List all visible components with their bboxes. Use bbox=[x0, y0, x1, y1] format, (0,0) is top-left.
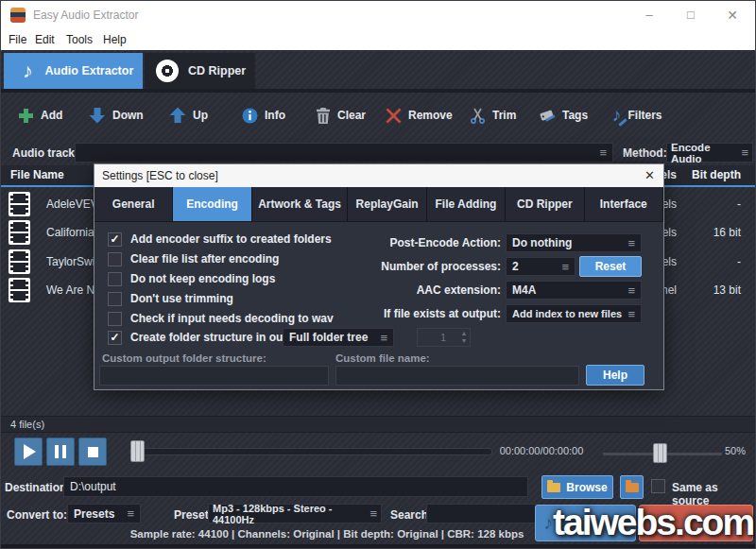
aac-extension-dropdown[interactable]: M4A ≡ bbox=[506, 281, 642, 300]
folder-depth-spinner[interactable]: 1 ▴▾ bbox=[417, 328, 471, 347]
dropdown-icon: ≡ bbox=[599, 146, 607, 160]
menu-file[interactable]: File bbox=[9, 33, 26, 46]
browse-button[interactable]: Browse bbox=[541, 475, 613, 499]
checkbox-check-decoding[interactable]: ✓ Check if input needs decoding to wav bbox=[108, 311, 334, 326]
convert-to-label: Convert to: bbox=[7, 508, 67, 522]
menu-tools[interactable]: Tools bbox=[66, 33, 93, 46]
dropdown-icon: ≡ bbox=[369, 506, 377, 521]
custom-folder-input[interactable] bbox=[99, 366, 329, 386]
dropdown-icon: ≡ bbox=[627, 283, 635, 298]
filters-button[interactable]: ♪ Filters bbox=[612, 98, 662, 132]
app-window: Easy Audio Extractor – □ ✕ File Edit Too… bbox=[0, 0, 756, 549]
dropdown-icon: ≡ bbox=[627, 236, 635, 250]
folder-icon bbox=[547, 483, 560, 492]
dropdown-icon: ≡ bbox=[127, 506, 134, 521]
destination-label: Destination: bbox=[5, 481, 70, 494]
checkbox-folder-structure[interactable]: ✓ Create folder structure in output bbox=[108, 330, 304, 345]
search-input[interactable] bbox=[426, 504, 536, 523]
spinner-arrows-icon[interactable]: ▴▾ bbox=[462, 330, 466, 345]
arrow-up-icon bbox=[169, 107, 186, 124]
volume-percent: 50% bbox=[725, 445, 746, 456]
window-title: Easy Audio Extractor bbox=[33, 9, 138, 22]
same-as-source-checkbox[interactable]: ✓ bbox=[651, 479, 665, 493]
reset-button[interactable]: Reset bbox=[579, 256, 642, 277]
checkbox-encoder-suffix[interactable]: ✓ Add encoder suffix to created folders bbox=[108, 232, 332, 247]
dialog-close-icon[interactable]: ✕ bbox=[644, 168, 655, 182]
tab-file-adding[interactable]: File Adding bbox=[427, 187, 506, 221]
menu-help[interactable]: Help bbox=[103, 33, 127, 46]
presets-dropdown[interactable]: Mp3 - 128kbps - Stereo - 44100Hz ≡ bbox=[208, 504, 382, 523]
post-encode-dropdown[interactable]: Do nothing ≡ bbox=[506, 233, 642, 252]
post-encode-label: Post-Encode Action: bbox=[319, 236, 501, 249]
custom-filename-input[interactable] bbox=[335, 366, 579, 386]
processes-dropdown[interactable]: 2 ≡ bbox=[506, 257, 576, 276]
tab-cd-ripper-label: CD Ripper bbox=[188, 64, 246, 77]
checkbox-no-trimming[interactable]: ✓ Don't use trimming bbox=[108, 291, 233, 306]
method-value: Encode Audio bbox=[671, 142, 741, 164]
tab-general[interactable]: General bbox=[94, 187, 173, 221]
close-button[interactable]: ✕ bbox=[723, 6, 742, 25]
checkbox-no-logs[interactable]: ✓ Do not keep encoding logs bbox=[108, 271, 275, 286]
position-slider-handle[interactable] bbox=[130, 440, 145, 462]
tab-audio-extractor[interactable]: ♪ Audio Extractor bbox=[4, 53, 143, 89]
tags-button[interactable]: Tags bbox=[539, 98, 588, 132]
tab-artwork-tags[interactable]: Artwork & Tags bbox=[252, 187, 349, 221]
method-dropdown[interactable]: Encode Audio ≡ bbox=[666, 143, 753, 163]
cd-icon bbox=[156, 60, 179, 82]
pause-button[interactable] bbox=[46, 437, 75, 466]
stop-button[interactable] bbox=[78, 437, 107, 466]
app-icon bbox=[10, 8, 26, 23]
scissors-icon bbox=[470, 108, 486, 124]
filters-icon: ♪ bbox=[612, 107, 622, 124]
help-button[interactable]: Help bbox=[586, 365, 644, 386]
info-icon bbox=[242, 108, 258, 124]
volume-slider-handle[interactable] bbox=[653, 443, 667, 463]
film-icon bbox=[9, 278, 30, 302]
tab-cd-ripper-settings[interactable]: CD Ripper bbox=[506, 187, 584, 221]
position-slider-track[interactable] bbox=[129, 448, 492, 455]
dropdown-icon: ≡ bbox=[380, 331, 387, 345]
stop-icon bbox=[88, 447, 98, 457]
column-file-name[interactable]: File Name bbox=[10, 168, 64, 181]
tab-interface[interactable]: Interface bbox=[585, 187, 663, 221]
file-exists-dropdown[interactable]: Add index to new files ≡ bbox=[506, 304, 642, 323]
menu-edit[interactable]: Edit bbox=[35, 33, 55, 46]
settings-tabs: General Encoding Artwork & Tags ReplayGa… bbox=[94, 187, 663, 221]
music-note-icon: ♪ bbox=[23, 61, 33, 80]
dialog-title: Settings [ESC to close] bbox=[102, 169, 218, 182]
remove-button[interactable]: Remove bbox=[386, 98, 453, 132]
bottom-edge bbox=[1, 544, 756, 549]
plus-icon bbox=[18, 108, 34, 124]
play-icon bbox=[24, 444, 36, 459]
play-button[interactable] bbox=[14, 437, 43, 466]
open-folder-button[interactable] bbox=[620, 475, 644, 499]
move-up-button[interactable]: Up bbox=[169, 98, 208, 132]
arrow-down-icon bbox=[89, 107, 106, 124]
tab-cd-ripper[interactable]: CD Ripper bbox=[145, 53, 255, 89]
audio-track-dropdown[interactable]: ≡ bbox=[75, 143, 613, 163]
tab-replaygain[interactable]: ReplayGain bbox=[348, 187, 426, 221]
custom-filename-label: Custom file name: bbox=[335, 352, 430, 364]
check-icon: ✓ bbox=[110, 232, 119, 246]
move-down-button[interactable]: Down bbox=[89, 98, 144, 132]
aac-extension-label: AAC extension: bbox=[319, 283, 501, 297]
custom-folder-label: Custom output folder structure: bbox=[102, 352, 266, 364]
processes-label: Number of processes: bbox=[319, 260, 501, 273]
check-icon: ✓ bbox=[110, 331, 119, 344]
tab-divider bbox=[1, 89, 756, 93]
convert-to-dropdown[interactable]: Presets ≡ bbox=[67, 504, 141, 523]
minimize-button[interactable]: – bbox=[640, 6, 659, 25]
trim-button[interactable]: Trim bbox=[470, 98, 516, 132]
tab-encoding[interactable]: Encoding bbox=[173, 187, 251, 221]
folder-tree-dropdown[interactable]: Full folder tree ≡ bbox=[283, 328, 394, 347]
destination-input[interactable]: D:\output bbox=[63, 476, 528, 497]
checkbox-clear-list[interactable]: ✓ Clear file list after encoding bbox=[108, 251, 279, 266]
menubar: File Edit Tools Help bbox=[1, 29, 756, 50]
clear-button[interactable]: Clear bbox=[316, 98, 366, 132]
tag-icon bbox=[539, 108, 556, 124]
add-button[interactable]: Add bbox=[18, 98, 62, 132]
dialog-titlebar[interactable]: Settings [ESC to close] ✕ bbox=[94, 164, 663, 187]
maximize-button[interactable]: □ bbox=[681, 6, 700, 25]
info-button[interactable]: Info bbox=[242, 98, 285, 132]
watermark: taiwebs.com bbox=[553, 502, 753, 543]
